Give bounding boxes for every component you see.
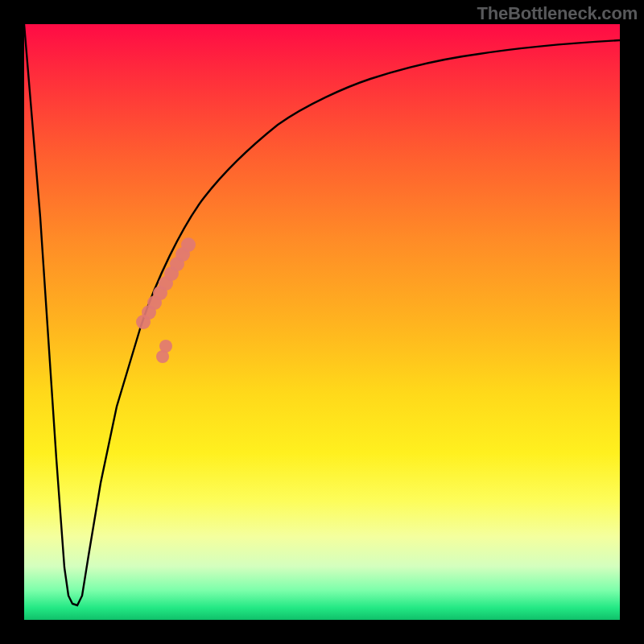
curve-svg (24, 24, 620, 620)
bottleneck-curve (24, 24, 620, 605)
highlight-markers (136, 237, 196, 363)
plot-area (24, 24, 620, 620)
watermark-text: TheBottleneck.com (477, 3, 638, 24)
svg-point-10 (159, 340, 172, 353)
chart-frame: TheBottleneck.com (0, 0, 644, 644)
svg-point-8 (181, 237, 196, 252)
